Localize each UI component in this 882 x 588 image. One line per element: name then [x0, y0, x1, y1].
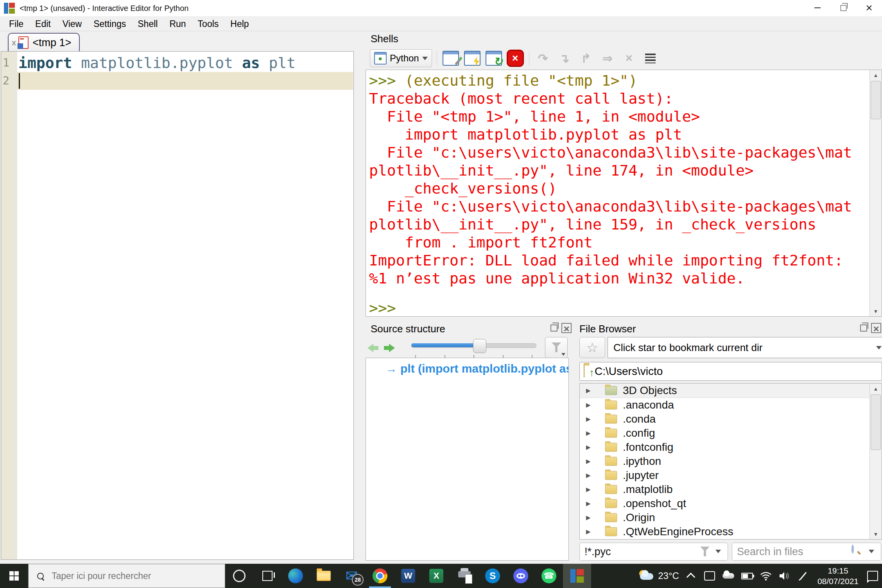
folder-row[interactable]: ▶ .Origin: [580, 511, 870, 525]
tray-chevron-button[interactable]: [681, 564, 700, 588]
source-structure-float-button[interactable]: [549, 323, 559, 333]
file-list-scrollbar[interactable]: ▲ ▼: [869, 384, 882, 539]
file-browser-list[interactable]: ▶ 3D Objects ▶ .anaconda ▶ .conda ▶ .con…: [579, 383, 882, 540]
mail-button[interactable]: ✉ 28: [338, 564, 366, 588]
menu-item[interactable]: Settings: [88, 17, 132, 31]
folder-row[interactable]: ▶ .fontconfig: [580, 440, 870, 454]
excel-button[interactable]: X: [422, 564, 450, 588]
source-structure-close-button[interactable]: ×: [561, 323, 572, 333]
shell-output[interactable]: >>> (executing file "<tmp 1>") Traceback…: [366, 70, 882, 317]
start-button[interactable]: [0, 564, 28, 588]
onedrive-button[interactable]: [719, 564, 738, 588]
word-button[interactable]: W: [394, 564, 422, 588]
discord-button[interactable]: [507, 564, 535, 588]
scroll-down-icon[interactable]: ▼: [870, 306, 882, 316]
shell-scrollbar[interactable]: ▲ ▼: [869, 70, 882, 316]
structure-depth-slider[interactable]: [411, 338, 536, 358]
bookmark-star-button[interactable]: ☆: [579, 337, 605, 358]
scanner-app-button[interactable]: [450, 564, 479, 588]
file-browser-close-button[interactable]: ×: [871, 323, 881, 333]
source-structure-list[interactable]: →plt (import matplotlib.pyplot as plt): [366, 358, 569, 561]
menu-item[interactable]: Edit: [29, 17, 57, 31]
chrome-button[interactable]: [366, 564, 394, 588]
expander-icon[interactable]: ▶: [586, 458, 594, 465]
minimize-button[interactable]: [805, 0, 830, 16]
scrollbar-thumb[interactable]: [871, 81, 881, 119]
skype-button[interactable]: S: [479, 564, 507, 588]
battery-button[interactable]: [738, 564, 757, 588]
slider-thumb[interactable]: [473, 339, 486, 353]
expander-icon[interactable]: ▶: [586, 444, 594, 451]
cortana-button[interactable]: [225, 564, 253, 588]
expander-icon[interactable]: ▶: [586, 486, 594, 493]
clock[interactable]: 19:15 08/07/2021: [813, 565, 863, 586]
shell-menu-button[interactable]: [642, 49, 660, 67]
tab-close-icon[interactable]: x: [12, 38, 16, 47]
volume-button[interactable]: [775, 564, 794, 588]
folder-row[interactable]: ▶ .matplotlib: [580, 482, 870, 497]
restore-button[interactable]: [830, 0, 856, 16]
expander-icon[interactable]: ▶: [586, 416, 594, 423]
scrollbar-thumb[interactable]: [871, 394, 881, 450]
whatsapp-button[interactable]: ☎: [535, 564, 563, 588]
menu-item[interactable]: Tools: [192, 17, 225, 31]
search-in-files-input[interactable]: [732, 543, 881, 561]
wifi-button[interactable]: [757, 564, 775, 588]
menu-item[interactable]: File: [3, 17, 29, 31]
debug-next-button[interactable]: ↴: [556, 49, 574, 67]
shell-clear-button[interactable]: ↻: [485, 49, 503, 67]
edge-button[interactable]: [281, 564, 310, 588]
shell-terminate-button[interactable]: ×: [506, 49, 524, 67]
tablet-mode-button[interactable]: [700, 564, 719, 588]
notification-center-button[interactable]: [863, 564, 882, 588]
file-explorer-button[interactable]: [310, 564, 338, 588]
shell-selector[interactable]: Python: [370, 49, 432, 67]
weather-widget[interactable]: 23°C: [638, 570, 679, 582]
pen-button[interactable]: [794, 564, 813, 588]
code-editor[interactable]: 12 import matplotlib.pyplot as plt: [1, 51, 354, 560]
debug-stop-button[interactable]: ×: [620, 49, 638, 67]
folder-row[interactable]: ▶ .anaconda: [580, 398, 870, 412]
taskbar-search-input[interactable]: [51, 570, 209, 582]
scroll-down-icon[interactable]: ▼: [870, 529, 882, 539]
expander-icon[interactable]: ▶: [586, 430, 594, 437]
menu-item[interactable]: Run: [163, 17, 192, 31]
menu-item[interactable]: View: [57, 17, 88, 31]
shell-restart-button[interactable]: [463, 49, 481, 67]
folder-row[interactable]: ▶ 3D Objects: [580, 384, 870, 398]
scroll-up-icon[interactable]: ▲: [870, 70, 882, 80]
debug-jump-button[interactable]: ⇒: [599, 49, 617, 67]
current-directory-bar[interactable]: ↑ C:\Users\victo: [579, 362, 882, 381]
folder-row[interactable]: ▶ .ipython: [580, 454, 870, 468]
folder-row[interactable]: ▶ .config: [580, 426, 870, 440]
bookmark-combo[interactable]: Click star to bookmark current dir: [608, 337, 882, 358]
expander-icon[interactable]: ▶: [586, 514, 594, 521]
structure-item-plt[interactable]: →plt (import matplotlib.pyplot as plt): [385, 362, 568, 375]
navigate-back-button[interactable]: [368, 344, 378, 352]
iep-taskbar-button[interactable]: [563, 564, 591, 588]
editor-tab[interactable]: x <tmp 1>: [8, 33, 80, 52]
menu-item[interactable]: Shell: [132, 17, 163, 31]
folder-row[interactable]: ▶ .openshot_qt: [580, 497, 870, 511]
taskbar-search[interactable]: [28, 564, 225, 588]
menu-item[interactable]: Help: [224, 17, 255, 31]
expander-icon[interactable]: ▶: [586, 528, 594, 535]
debug-resume-button[interactable]: ↷: [534, 49, 552, 67]
folder-row[interactable]: ▶ .QtWebEngineProcess: [580, 525, 870, 539]
folder-row[interactable]: ▶ .conda: [580, 412, 870, 426]
filename-filter-input[interactable]: [579, 543, 728, 561]
close-button[interactable]: ×: [856, 0, 882, 16]
structure-filter-button[interactable]: [545, 337, 568, 358]
expander-icon[interactable]: ▶: [586, 472, 594, 479]
scroll-up-icon[interactable]: ▲: [870, 384, 882, 394]
task-view-button[interactable]: [253, 564, 281, 588]
folder-row[interactable]: ▶ .jupyter: [580, 468, 870, 482]
expander-icon[interactable]: ▶: [586, 387, 594, 394]
close-icon: ×: [866, 2, 873, 14]
navigate-forward-button[interactable]: [384, 344, 395, 352]
debug-return-button[interactable]: ↱: [577, 49, 595, 67]
shell-edit-config-button[interactable]: [442, 49, 460, 67]
file-browser-float-button[interactable]: [859, 323, 869, 333]
expander-icon[interactable]: ▶: [586, 402, 594, 409]
expander-icon[interactable]: ▶: [586, 500, 594, 507]
